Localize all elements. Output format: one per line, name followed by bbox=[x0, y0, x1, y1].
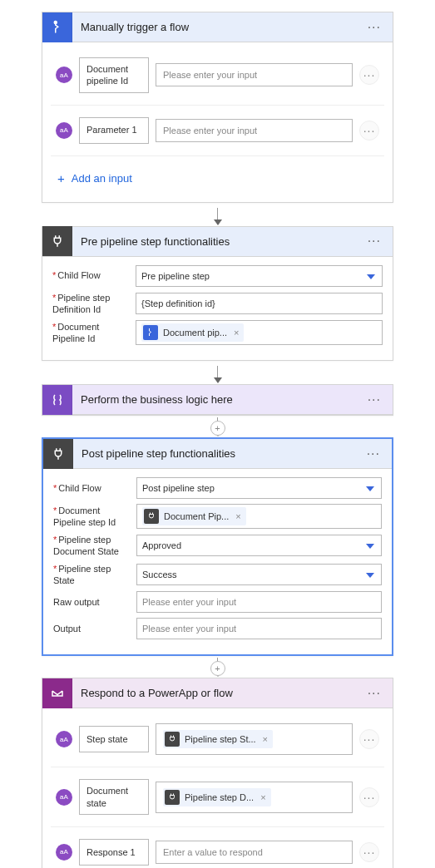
card-body-respond: aA Step state Pipeline step St... × ··· … bbox=[42, 708, 393, 868]
field-label: *Document Pipeline Id bbox=[52, 321, 136, 345]
insert-step-button[interactable]: + bbox=[210, 661, 225, 676]
child-flow-select[interactable]: Post pipeline step bbox=[136, 477, 382, 499]
card-title: Pre pipeline step functionalities bbox=[72, 235, 364, 248]
card-header-respond[interactable]: Respond to a PowerApp or flow ··· bbox=[42, 678, 393, 708]
field-label: *Pipeline step State bbox=[53, 563, 136, 587]
form-row: *Child Flow Pre pipeline step bbox=[52, 265, 383, 287]
field-label: *Pipeline step Definition Id bbox=[52, 292, 136, 316]
card-title: Manually trigger a flow bbox=[72, 21, 364, 33]
param-label[interactable]: Document state bbox=[79, 779, 149, 815]
field-label: *Document Pipeline step Id bbox=[53, 505, 136, 529]
param-row: aA Response 1 Enter a value to respond ·… bbox=[51, 827, 384, 868]
card-business-logic[interactable]: Perform the business logic here ··· bbox=[42, 384, 393, 416]
pipeline-id-input[interactable]: Document pip... × bbox=[136, 320, 383, 345]
card-menu-icon[interactable]: ··· bbox=[364, 392, 384, 407]
card-pre-pipeline[interactable]: Pre pipeline step functionalities ··· *C… bbox=[42, 226, 393, 362]
card-respond[interactable]: Respond to a PowerApp or flow ··· aA Ste… bbox=[42, 678, 393, 868]
token-label: Pipeline step St... bbox=[185, 734, 256, 744]
param-avatar-icon: aA bbox=[56, 844, 72, 861]
param-avatar-icon: aA bbox=[56, 731, 72, 747]
form-row: *Pipeline step Document State Approved bbox=[53, 534, 382, 558]
form-row: Output Please enter your input bbox=[53, 618, 382, 639]
token-remove-icon[interactable]: × bbox=[263, 734, 268, 744]
card-menu-icon[interactable]: ··· bbox=[364, 686, 384, 701]
child-flow-select[interactable]: Pre pipeline step bbox=[136, 265, 383, 287]
card-body-pre: *Child Flow Pre pipeline step *Pipeline … bbox=[42, 257, 393, 361]
trigger-icon bbox=[42, 12, 72, 42]
connector-arrow: + bbox=[42, 416, 393, 437]
card-menu-icon[interactable]: ··· bbox=[364, 20, 384, 35]
field-label: *Child Flow bbox=[52, 269, 136, 281]
card-title: Respond to a PowerApp or flow bbox=[72, 687, 364, 699]
form-row: Raw output Please enter your input bbox=[53, 591, 382, 613]
param-value-input[interactable]: Pipeline step D... × bbox=[156, 782, 353, 813]
add-input-button[interactable]: + Add an input bbox=[51, 156, 384, 194]
token-remove-icon[interactable]: × bbox=[234, 328, 239, 338]
plus-icon: + bbox=[57, 171, 65, 185]
document-state-select[interactable]: Approved bbox=[136, 535, 382, 556]
form-row: *Document Pipeline Id Document pip... × bbox=[52, 320, 383, 345]
card-header-biz[interactable]: Perform the business logic here ··· bbox=[42, 385, 393, 415]
raw-output-input[interactable]: Please enter your input bbox=[136, 591, 382, 613]
card-body-post: *Child Flow Post pipeline step *Document… bbox=[43, 469, 392, 654]
scope-icon bbox=[42, 385, 72, 415]
param-menu-icon[interactable]: ··· bbox=[359, 787, 379, 807]
field-label: *Pipeline step Document State bbox=[53, 534, 136, 558]
param-value-input[interactable]: Pipeline step St... × bbox=[156, 723, 353, 755]
param-menu-icon[interactable]: ··· bbox=[359, 842, 379, 862]
dynamic-token[interactable]: Document pip... × bbox=[141, 323, 244, 342]
insert-step-button[interactable]: + bbox=[210, 421, 225, 436]
param-label[interactable]: Parameter 1 bbox=[79, 117, 149, 144]
param-menu-icon[interactable]: ··· bbox=[359, 65, 379, 85]
card-body-trigger: aA Document pipeline Id Please enter you… bbox=[42, 42, 393, 202]
pipeline-step-id-input[interactable]: Document Pip... × bbox=[136, 504, 382, 529]
token-plug-icon bbox=[165, 732, 180, 747]
token-remove-icon[interactable]: × bbox=[235, 511, 240, 521]
form-row: *Pipeline step Definition Id {Step defin… bbox=[52, 292, 383, 316]
param-value-input[interactable]: Enter a value to respond bbox=[156, 841, 353, 864]
dynamic-token[interactable]: Pipeline step D... × bbox=[163, 788, 271, 806]
output-input[interactable]: Please enter your input bbox=[136, 618, 382, 639]
param-row: aA Document state Pipeline step D... × ·… bbox=[51, 767, 384, 827]
param-menu-icon[interactable]: ··· bbox=[359, 121, 379, 141]
token-remove-icon[interactable]: × bbox=[260, 792, 265, 802]
token-plug-icon bbox=[144, 509, 159, 524]
param-avatar-icon: aA bbox=[56, 789, 72, 806]
token-trigger-icon bbox=[143, 325, 158, 340]
param-label[interactable]: Document pipeline Id bbox=[79, 57, 149, 93]
form-row: *Pipeline step State Success bbox=[53, 563, 382, 587]
param-label[interactable]: Step state bbox=[79, 726, 149, 752]
field-label: Output bbox=[53, 623, 136, 634]
token-label: Pipeline step D... bbox=[185, 792, 254, 802]
flow-canvas: Manually trigger a flow ··· aA Document … bbox=[0, 0, 435, 868]
card-title: Perform the business logic here bbox=[72, 393, 364, 406]
param-label[interactable]: Response 1 bbox=[79, 839, 149, 866]
definition-id-input[interactable]: {Step definition id} bbox=[136, 293, 383, 314]
add-input-label: Add an input bbox=[72, 172, 132, 185]
form-row: *Child Flow Post pipeline step bbox=[53, 477, 382, 499]
card-header-pre[interactable]: Pre pipeline step functionalities ··· bbox=[42, 227, 393, 257]
token-plug-icon bbox=[165, 790, 180, 805]
card-post-pipeline[interactable]: Post pipeline step functionalities ··· *… bbox=[42, 437, 393, 656]
token-label: Document Pip... bbox=[164, 511, 229, 521]
card-trigger[interactable]: Manually trigger a flow ··· aA Document … bbox=[42, 12, 393, 203]
param-avatar-icon: aA bbox=[56, 122, 72, 139]
connector-arrow bbox=[42, 203, 393, 226]
param-row: aA Parameter 1 Please enter your input ·… bbox=[51, 106, 384, 156]
dynamic-token[interactable]: Pipeline step St... × bbox=[163, 730, 273, 748]
card-header-post[interactable]: Post pipeline step functionalities ··· bbox=[43, 439, 392, 469]
plug-icon bbox=[43, 439, 73, 469]
field-label: Raw output bbox=[53, 596, 136, 608]
connector-arrow: + bbox=[42, 656, 393, 678]
card-header-trigger[interactable]: Manually trigger a flow ··· bbox=[42, 12, 393, 42]
card-menu-icon[interactable]: ··· bbox=[363, 446, 383, 461]
param-row: aA Document pipeline Id Please enter you… bbox=[51, 46, 384, 106]
plug-icon bbox=[42, 226, 72, 256]
step-state-select[interactable]: Success bbox=[136, 564, 382, 585]
param-value-input[interactable]: Please enter your input bbox=[156, 119, 353, 142]
dynamic-token[interactable]: Document Pip... × bbox=[142, 507, 246, 525]
card-menu-icon[interactable]: ··· bbox=[364, 234, 384, 249]
param-value-input[interactable]: Please enter your input bbox=[156, 63, 353, 86]
param-row: aA Step state Pipeline step St... × ··· bbox=[51, 712, 384, 767]
param-menu-icon[interactable]: ··· bbox=[359, 729, 379, 749]
